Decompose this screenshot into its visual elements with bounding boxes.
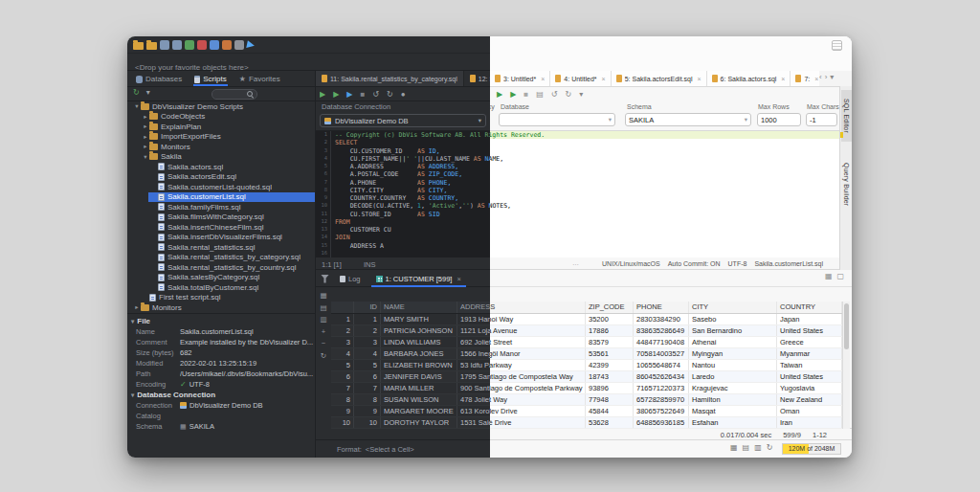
expander-icon[interactable]: ▸ [133,303,141,311]
grid-scrollbar[interactable] [842,302,850,429]
tree-item[interactable]: Sakila.filmsWithCategory.sql [127,212,315,223]
grid-cell[interactable]: United States [777,371,842,382]
grid-cell[interactable]: BARBARA JONES [381,348,457,359]
run-icon[interactable]: ▶ [497,91,502,99]
maximize-icon[interactable]: ▢ [836,273,844,280]
expander-icon[interactable]: ▸ [142,143,149,150]
tree-item[interactable]: ▾DbVisualizer Demo Scripts [127,101,315,112]
close-tab-icon[interactable]: × [698,76,702,82]
memory-indicator[interactable]: 120M of 2048M [782,443,841,455]
grid-cell[interactable]: MARGARET MOORE [381,406,457,416]
save-all-icon[interactable] [172,40,182,50]
grid-cell[interactable]: 17886 [586,325,634,336]
commit-icon[interactable] [210,40,219,50]
grid-cell[interactable]: Oman [777,406,842,416]
grid-cell[interactable]: 8 [331,394,354,405]
grid-cell[interactable]: 10655648674 [634,360,689,370]
grid-cell[interactable]: 448477190408 [634,337,689,347]
grid-cell[interactable]: 5 [354,360,381,370]
grid-cell[interactable]: 1 [354,314,381,324]
tree-item[interactable]: Sakila.totalByCustomer.sql [127,282,315,293]
grid-cell[interactable]: 5 [331,360,354,370]
tree-filter-input[interactable] [214,91,247,98]
grid-cell[interactable]: JENNIFER DAVIS [381,371,457,382]
grid-cell[interactable]: 705814003527 [634,348,689,359]
editor-tab[interactable]: 6: Sakila.actors.sql× [707,71,791,86]
grid-cell[interactable]: DOROTHY TAYLOR [381,417,457,428]
pin-icon[interactable]: ● [401,91,406,99]
grid-cell[interactable]: Japan [777,314,842,324]
column-header-zip_code[interactable]: ZIP_CODE [586,302,634,313]
grid-cell[interactable]: PATRICIA JOHNSON [381,325,457,336]
grid-cell[interactable]: 83579 [586,337,634,347]
grid-cell[interactable]: 6 [354,371,381,382]
tree-item[interactable]: ▸CodeObjects [127,112,315,123]
grid-cell[interactable]: Laredo [689,371,777,382]
connection-dropdown[interactable]: DbVisualizer Demo DB ▾ [320,114,486,127]
grid-cell[interactable]: 838635286649 [634,325,689,336]
delete-row-icon[interactable]: − [322,340,325,347]
editor-tab[interactable]: 11: Sakila.rental_statistics_by_category… [316,71,464,86]
expander-icon[interactable]: ▾ [142,153,149,161]
run-script-icon[interactable]: ▶ [333,91,339,99]
schema-select[interactable]: SAKILA ▾ [625,113,751,126]
close-tab-icon[interactable]: × [541,76,545,82]
form-view-icon[interactable]: ▥ [754,444,762,452]
grid-cell[interactable]: 3 [354,337,381,347]
grid-cell[interactable]: Sasebo [689,314,777,324]
collapse-section-icon[interactable]: ▾ [131,391,134,399]
grid-cell[interactable]: Hamilton [689,394,777,405]
grid-cell[interactable]: 10 [354,417,381,428]
grid-cell[interactable]: 4 [331,348,354,359]
grid-cell[interactable]: United States [777,325,842,336]
tree-item[interactable]: Sakila.insertChineseFilm.sql [127,222,315,233]
refresh-icon[interactable]: ↻ [133,89,140,97]
grid-cell[interactable]: 77948 [586,394,634,405]
sidebar-tab-favorites[interactable]: ★Favorites [238,71,281,86]
grid-cell[interactable]: 7 [354,383,381,393]
properties-section[interactable]: ▾File [127,316,315,326]
close-tab-icon[interactable]: × [814,76,818,82]
grid-cell[interactable]: Iran [777,417,842,428]
redo-icon[interactable]: ↻ [387,91,393,99]
close-tab-icon[interactable]: × [781,76,785,82]
editor-tab[interactable]: 3: Untitled*× [490,71,550,86]
grid-view-icon[interactable]: ▦ [730,444,738,452]
max-rows-field[interactable]: 1000 [757,113,801,126]
grid-cell[interactable]: 380657522649 [634,406,689,416]
tree-item[interactable]: Sakila.customerList-quoted.sql [127,182,315,192]
disconnect-icon[interactable] [197,40,207,50]
tree-item[interactable]: ▸ImportExportFiles [127,132,315,143]
refresh-icon[interactable]: ↻ [767,444,773,452]
text-view-icon[interactable]: ▤ [743,444,750,452]
stop-icon[interactable]: ■ [360,91,365,99]
sidebar-tab-databases[interactable]: Databases [135,71,183,86]
tree-item[interactable]: Sakila.customerList.sql [127,192,315,203]
filter-results-icon[interactable] [321,275,329,283]
grid-cell[interactable]: Myanmar [777,348,842,359]
save-icon[interactable] [160,40,169,50]
grid-cell[interactable]: 2 [331,325,354,336]
grid-cell[interactable]: ELIZABETH BROWN [381,360,457,370]
grid-cell[interactable]: 28303384290 [634,314,689,324]
grid-cell[interactable]: SUSAN WILSON [381,394,457,405]
undo-icon[interactable]: ↺ [372,91,379,99]
column-header-city[interactable]: CITY [689,302,777,313]
grid-cell[interactable]: 18743 [586,371,634,382]
column-header-country[interactable]: COUNTRY [777,302,842,313]
rollback-icon[interactable] [222,40,232,50]
grid-cell[interactable]: 53561 [586,348,634,359]
editor-tab[interactable]: 4: Untitled*× [550,71,611,86]
grid-cell[interactable]: 53628 [586,417,634,428]
scroll-tabs-right-icon[interactable]: › [825,74,828,81]
close-tab-icon[interactable]: × [602,76,606,82]
tree-item[interactable]: Sakila.rental_statistics_by_country.sql [127,262,315,273]
run-icon[interactable]: ▶ [320,91,325,99]
expander-icon[interactable]: ▸ [142,123,149,130]
grid-cell[interactable]: 45844 [586,406,634,416]
grid-cell[interactable]: San Bernardino [689,325,777,336]
stop-icon[interactable]: ■ [523,91,528,99]
transpose-view-icon[interactable]: ▥ [320,316,326,324]
format-icon[interactable]: ▤ [536,91,544,99]
side-tab-query-builder[interactable]: Query Builder [841,147,852,222]
